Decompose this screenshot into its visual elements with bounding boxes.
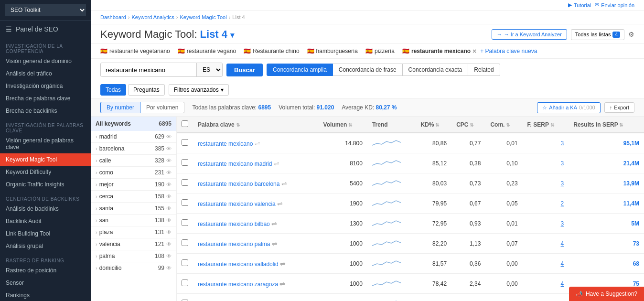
keyword-icon[interactable]: ⇌ [280,260,286,268]
results-cell[interactable]: 95,1M [623,140,639,147]
col-keyword[interactable]: Palabra clave [193,117,319,133]
results-cell[interactable]: 73 [633,240,639,247]
sidebar-item-brecha-de-backlinks[interactable]: Brecha de backlinks [0,105,91,117]
keyword-cell[interactable]: restaurante mexicano madrid [198,161,272,167]
match-btn-concordancia-amplia[interactable]: Concordancia amplia [267,64,333,76]
col-com[interactable]: Com. [485,117,522,133]
sidebar-item-visión-general-de-dominio[interactable]: Visión general de dominio [0,55,91,67]
row-checkbox[interactable] [182,199,188,206]
all-keywords-row[interactable]: All keywords 6895 [91,117,176,131]
keyword-icon[interactable]: ⇌ [277,200,283,207]
keyword-cell[interactable]: restaurante mexicano barcelona [198,181,279,187]
breadcrumb-dashboard[interactable]: Dashboard [100,14,126,20]
keyword-sidebar-item[interactable]: ›cerca158👁 [91,191,176,203]
sidebar-item-backlink-audit[interactable]: Backlink Audit [0,215,91,227]
match-btn-related[interactable]: Related [468,64,500,76]
sidebar-item-visión-general-de-palabras-clave[interactable]: Visión general de palabras clave [0,134,91,153]
keyword-sidebar-item[interactable]: ›barcelona385👁 [91,143,176,155]
sidebar-item-brecha-de-palabras-clave[interactable]: Brecha de palabras clave [0,92,91,105]
keyword-icon[interactable]: ⇌ [279,280,285,288]
switch-tab-por-volumen[interactable]: Por volumen [140,102,184,113]
chevron-down-icon[interactable]: ▾ [230,31,234,39]
match-btn-concordancia-de-frase[interactable]: Concordancia de frase [333,64,403,76]
match-btn-concordancia-exacta[interactable]: Concordancia exacta [403,64,469,76]
language-select[interactable]: ES [196,63,222,76]
panel-de-seo-button[interactable]: ☰ Panel de SEO [0,21,91,38]
filter-btn-todas[interactable]: Todas [100,84,126,96]
keyword-cell[interactable]: restaurante mexicano bilbao [198,221,270,227]
sidebar-item-link-building-tool[interactable]: Link Building Tool [0,227,91,240]
sidebar-item-keyword-magic-tool[interactable]: Keyword Magic Tool [0,153,91,166]
export-button[interactable]: ↑ Export [604,102,634,113]
sidebar-item-análisis-grupal[interactable]: Análisis grupal [0,240,91,252]
serp-cell[interactable]: 3 [561,140,564,147]
add-keyword-button[interactable]: + Palabra clave nueva [480,48,537,54]
keyword-cell[interactable]: restaurante mexicano zaragoza [198,281,278,288]
results-cell[interactable]: 75 [633,280,639,287]
results-cell[interactable]: 5M [631,220,639,227]
col-kd[interactable]: KD% [416,117,451,133]
col-fserp[interactable]: F. SERP [523,117,569,133]
tag-hamburguesería[interactable]: 🇪🇸 hamburguesería [307,48,358,54]
col-results[interactable]: Results in SERP [569,117,644,133]
keyword-cell[interactable]: restaurante mexicano palma [198,241,270,247]
keyword-sidebar-item[interactable]: ›madrid629👁 [91,131,176,143]
row-checkbox[interactable] [182,179,188,186]
keyword-sidebar-item[interactable]: ›calle328👁 [91,155,176,167]
keyword-icon[interactable]: ⇌ [272,240,278,247]
breadcrumb-keyword-analytics[interactable]: Keyword Analytics [132,14,174,20]
sidebar-item-análisis-del-tráfico[interactable]: Análisis del tráfico [0,67,91,80]
keyword-icon[interactable]: ⇌ [271,220,277,227]
keyword-icon[interactable]: ⇌ [274,160,279,167]
sidebar-item-sensor[interactable]: Sensor [0,277,91,289]
suggestion-button[interactable]: 📣 Have a Suggestion? [569,287,644,301]
sidebar-item-investigación-orgánica[interactable]: Investigación orgánica [0,80,91,92]
keyword-sidebar-item[interactable]: ›mejor190👁 [91,179,176,191]
keyword-sidebar-item[interactable]: ›como231👁 [91,167,176,179]
ir-keyword-analyzer-button[interactable]: → → Ir a Keyword Analyzer [492,29,567,40]
switch-tab-by-number[interactable]: By number [100,102,140,113]
keyword-sidebar-item[interactable]: ›santa155👁 [91,203,176,215]
row-checkbox[interactable] [182,259,188,266]
serp-cell[interactable]: 2 [561,200,564,207]
keyword-sidebar-item[interactable]: ›plaza131👁 [91,226,176,238]
results-cell[interactable]: 21,4M [623,160,639,167]
tag-pizzería[interactable]: 🇪🇸 pizzería [365,48,395,54]
serp-cell[interactable]: 4 [561,260,564,267]
results-cell[interactable]: 68 [633,260,639,267]
serp-cell[interactable]: 4 [561,280,564,287]
tag-restaurante-mexicano[interactable]: 🇪🇸 restaurante mexicano × [402,48,476,54]
sidebar-item-análisis-de-backlinks[interactable]: Análisis de backlinks [0,203,91,215]
col-cpc[interactable]: CPC [451,117,485,133]
keyword-icon[interactable]: ⇌ [255,140,260,147]
sidebar-item-organic-traffic-insights[interactable]: Organic Traffic Insights [0,178,91,191]
sidebar-item-rankings[interactable]: Rankings [0,289,91,301]
row-checkbox[interactable] [182,219,188,226]
row-checkbox[interactable] [182,159,188,166]
results-cell[interactable]: 11,4M [623,200,639,207]
advanced-filter-button[interactable]: Filtros avanzados ▾ [169,84,229,96]
breadcrumb-keyword-magic-tool[interactable]: Keyword Magic Tool [180,14,226,20]
serp-cell[interactable]: 3 [561,220,564,227]
sidebar-item-rastreo-de-posición[interactable]: Rastreo de posición [0,264,91,277]
keyword-sidebar-item[interactable]: ›domicilio99👁 [91,262,176,274]
serp-cell[interactable]: 3 [561,180,564,187]
search-button[interactable]: Buscar [226,64,263,76]
keyword-sidebar-item[interactable]: ›palma108👁 [91,250,176,262]
keyword-icon[interactable]: ⇌ [281,180,287,187]
keyword-sidebar-item[interactable]: ›valencia121👁 [91,238,176,250]
tool-selector[interactable]: SEO Toolkit [5,4,86,16]
keyword-cell[interactable]: restaurante mexicano valencia [198,201,276,207]
row-checkbox[interactable] [182,139,188,146]
tutorial-link[interactable]: ▶ Tutorial [568,2,591,8]
tag-restaurante-vegetariano[interactable]: 🇪🇸 restaurante vegetariano [100,48,170,54]
serp-cell[interactable]: 3 [561,160,564,167]
filter-btn-preguntas[interactable]: Preguntas [128,84,165,96]
tag-close-icon[interactable]: × [472,48,476,54]
search-input[interactable] [101,64,196,76]
all-lists-button[interactable]: Todas las listas 4 [571,29,624,40]
keyword-sidebar-item[interactable]: ›san138👁 [91,215,176,226]
col-volume[interactable]: Volumen [319,117,367,133]
select-all-checkbox[interactable] [182,120,188,127]
results-cell[interactable]: 13,9M [623,180,639,187]
